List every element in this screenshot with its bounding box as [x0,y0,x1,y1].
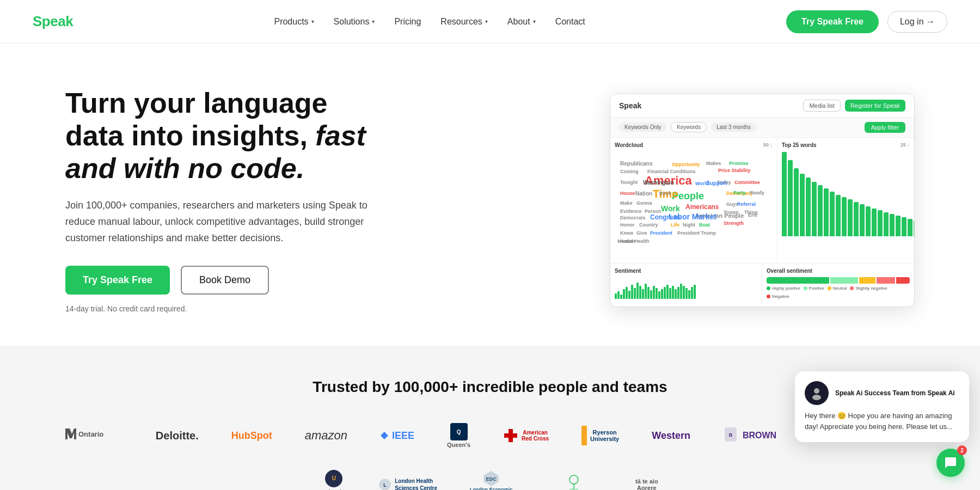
chat-popup: Speak Ai Success Team from Speak Ai Hey … [795,371,969,442]
line-chart-bar [631,285,633,299]
wc-americans: Americans [685,204,719,210]
hero-try-free-button[interactable]: Try Speak Free [65,266,170,295]
nav-cta-group: Try Speak Free Log in → [786,10,947,33]
wordcloud-header: Wordcloud 50 ↓ [615,142,773,148]
filter-keywords-only[interactable]: Keywords Only [619,122,666,132]
line-chart-bar [691,287,693,299]
line-chart-bar [620,295,622,299]
line-chart-bar [694,285,696,299]
try-speak-free-button[interactable]: Try Speak Free [786,10,879,33]
logo-decision-point: Decision Point Research [546,471,603,490]
line-chart-bar [672,286,674,299]
logo-deloitte: Deloitte. [156,422,199,449]
chat-popup-header: Speak Ai Success Team from Speak Ai [805,381,959,405]
wc-opportunity: Opportunity [672,162,700,167]
word-cloud-area: America People Time Republicans Opportun… [615,150,773,254]
svg-rect-4 [504,433,517,438]
wc-honor: Honor [620,223,635,228]
logo-ontario: Ontario [58,422,123,449]
hero-title: Turn your language data into insights, f… [65,87,370,185]
sentiment-negative [896,277,910,284]
line-chart-bar [650,290,652,299]
bar-chart-bar [860,204,865,236]
line-chart-bar [634,288,636,299]
logo-te-taiaoaorere: tā te aioAorere [635,471,658,490]
bar-chart-bar [854,202,859,236]
logo-ieee: IEEE [380,422,414,449]
wc-president-trump: President Trump [677,231,716,236]
nav-solutions[interactable]: Solutions ▾ [334,17,375,27]
legend-negative: Negative [767,294,789,299]
wc-strength: Strength [724,221,744,226]
line-chart-bar [656,288,658,299]
bar-chart-bar [794,168,799,236]
filter-keywords[interactable]: Keywords [671,122,707,132]
login-button[interactable]: Log in → [887,11,947,33]
logo-hubspot: HubSpot [231,422,272,449]
nav-pricing[interactable]: Pricing [394,17,421,27]
logo-london-edc: EDC London EconomicDevelopment [470,471,513,490]
legend-dot [767,286,770,290]
chat-bubble-icon [944,456,957,469]
mockup-media-list-button[interactable]: Media list [803,100,840,112]
wc-make: Make [620,201,633,206]
chevron-down-icon: ▾ [372,19,375,24]
legend-dot [804,286,807,290]
line-chart-bar [685,288,688,299]
nav-about[interactable]: About ▾ [507,17,536,27]
wc-price: Price Stability [718,168,751,173]
logo-london-health: L London HealthSciences Centre [378,471,437,490]
nav-contact[interactable]: Contact [555,17,585,27]
wc-back: Back [659,191,671,196]
hero-trial-note: 14-day trial. No credit card required. [65,304,370,313]
sentiment-positive [767,277,829,284]
filter-apply-button[interactable]: Apply filter [865,122,905,133]
bar-chart-bar [812,182,817,236]
legend-dot [767,295,770,298]
filter-date-range[interactable]: Last 3 months [711,122,756,132]
nav-products[interactable]: Products ▾ [274,17,314,27]
decision-point-icon [564,474,584,489]
chat-open-button[interactable]: 2 [936,449,965,477]
line-chart-bar [617,291,620,299]
logo-queens: Q Queen's [447,422,470,449]
wc-gonna: Gonna [636,201,652,206]
line-chart-bar [683,286,685,299]
bar-chart-bar [818,185,823,236]
chevron-down-icon: ▾ [533,19,536,24]
bar-chart-bar [824,188,829,236]
wc-ready: Ready [750,191,764,195]
mockup-body: Wordcloud 50 ↓ America People Time Repub… [610,138,914,263]
chat-message: Hey there 😊 Hope you are having an amazi… [805,411,959,432]
hero-dashboard-preview: Speak Media list Register for Speak Keyw… [610,94,915,307]
wc-financial: Financial Conditions [647,169,696,174]
wc-life: Life [671,223,679,228]
sentiment-slightly-positive [830,277,858,284]
bar-chart-bar [902,217,906,236]
chat-agent-avatar [805,381,829,405]
chat-badge: 2 [957,445,967,455]
line-chart-bar [677,287,679,299]
nav-resources[interactable]: Resources ▾ [440,17,487,27]
mockup-register-button[interactable]: Register for Speak [845,100,905,112]
svg-text:Ontario: Ontario [78,430,103,438]
hero-book-demo-button[interactable]: Book Demo [181,266,269,295]
mockup-topbar: Speak Media list Register for Speak [610,94,914,118]
svg-point-16 [814,388,819,394]
wc-democrats: Democrats [620,216,646,220]
line-chart-bar [666,285,669,299]
bar-chart-bar [914,220,915,236]
logo-amazon: amazon [305,422,347,449]
logo-brown: B BROWN [723,422,776,449]
logo[interactable]: Speak [33,13,73,30]
sentiment-line-chart [615,277,757,299]
line-chart-bar [639,286,641,299]
bar-chart-bar [872,209,877,236]
london-edc-icon: EDC [483,470,499,487]
wc-promise: Promise [729,161,749,166]
line-chart-bar [645,284,647,299]
wc-mental: Mental Health [617,239,650,244]
agent-avatar-svg [809,385,824,401]
line-chart-bar [675,289,677,299]
legend-dot [828,286,831,290]
